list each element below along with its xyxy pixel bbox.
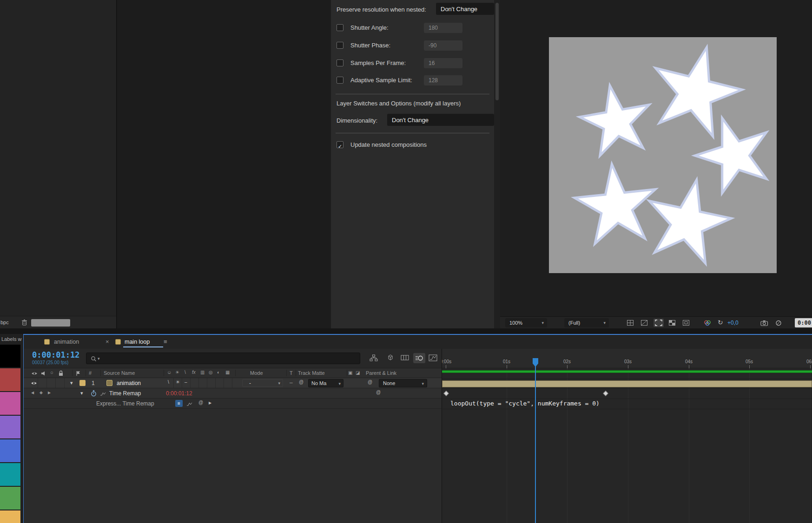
keyframe-diamond[interactable]: [603, 391, 608, 396]
expression-graph-icon[interactable]: [186, 402, 192, 406]
column-number[interactable]: #: [89, 370, 92, 376]
column-track-matte[interactable]: Track Matte: [298, 370, 325, 376]
samples-per-frame-field[interactable]: 16: [424, 58, 462, 68]
switch-cell[interactable]: –: [182, 378, 191, 388]
transparency-grid-icon[interactable]: [668, 320, 676, 326]
layer-solo-cell[interactable]: [47, 378, 56, 388]
frame-blending-icon[interactable]: [401, 355, 409, 360]
matte-pickwhip-icon[interactable]: @: [299, 379, 304, 385]
layer-row[interactable]: ▾ 1 animation \ ☀ – - ▾ – @ No Ma ▾ @ No…: [24, 378, 442, 388]
adaptive-sample-limit-field[interactable]: 128: [424, 75, 462, 85]
switch-cell[interactable]: [199, 378, 207, 388]
switch-cell[interactable]: \: [165, 378, 174, 388]
shutter-phase-checkbox[interactable]: [337, 42, 343, 49]
switch-cell[interactable]: [207, 378, 216, 388]
expression-row[interactable]: Express... Time Remap ≡ @ ▶: [24, 399, 442, 409]
zoom-dropdown[interactable]: 100% ▾: [505, 318, 547, 327]
mask-visibility-icon[interactable]: [640, 320, 648, 326]
samples-per-frame-checkbox[interactable]: [337, 59, 343, 66]
dimensionality-dropdown[interactable]: Don't Change: [387, 114, 494, 126]
parent-dropdown[interactable]: None ▾: [379, 379, 427, 387]
layer-expander-icon[interactable]: ▾: [70, 380, 73, 386]
label-color-swatch[interactable]: [0, 416, 20, 438]
shutter-angle-field[interactable]: 180: [424, 23, 462, 33]
label-color-swatch[interactable]: [0, 510, 20, 523]
time-remap-row[interactable]: ◀ ◆ ▶ ▾ Time Remap 0:00:01:12 @: [24, 388, 442, 399]
expression-enabled-button[interactable]: ≡: [175, 400, 183, 407]
work-area-bar[interactable]: [442, 370, 812, 373]
effects-switch[interactable]: –: [185, 379, 187, 385]
track-matte-dropdown[interactable]: No Ma ▾: [308, 379, 343, 387]
property-value[interactable]: 0:00:01:12: [166, 390, 192, 397]
trash-icon[interactable]: [21, 319, 27, 326]
layer-lock-cell[interactable]: [56, 378, 65, 388]
region-of-interest-icon[interactable]: [654, 319, 664, 327]
stopwatch-icon[interactable]: [91, 390, 97, 397]
draft-3d-icon[interactable]: [386, 354, 395, 361]
reset-exposure-icon[interactable]: ↻: [718, 319, 723, 326]
switch-cell[interactable]: [224, 378, 232, 388]
layer-audio-cell[interactable]: [38, 378, 47, 388]
bit-depth-button[interactable]: bpc: [0, 320, 9, 325]
playhead-line[interactable]: [535, 366, 536, 523]
tab-menu-icon[interactable]: ≡: [164, 338, 167, 345]
switch-cell[interactable]: [216, 378, 224, 388]
current-time-display[interactable]: 0:00:01:12 00037 (25.00 fps): [32, 350, 79, 365]
scrollbar-thumb[interactable]: [495, 3, 499, 100]
label-color-swatch[interactable]: [0, 439, 20, 462]
property-expander-icon[interactable]: ▾: [80, 390, 83, 396]
layer-label-swatch[interactable]: [79, 380, 86, 386]
parent-pickwhip-icon[interactable]: @: [368, 379, 372, 385]
channels-icon[interactable]: [703, 320, 712, 326]
resolution-dropdown[interactable]: (Full) ▾: [564, 318, 609, 327]
column-mode[interactable]: Mode: [250, 370, 263, 376]
pixel-aspect-icon[interactable]: [682, 320, 690, 326]
dialog-scrollbar[interactable]: [494, 0, 500, 328]
viewer-timecode[interactable]: 0:00:: [795, 318, 812, 327]
property-name[interactable]: Time Remap: [109, 390, 141, 397]
layer-visibility-eye-icon[interactable]: [31, 381, 37, 386]
column-parent-link[interactable]: Parent & Link: [366, 370, 396, 376]
update-nested-checkbox[interactable]: ✓: [337, 141, 343, 148]
layer-name[interactable]: animation: [117, 380, 141, 386]
label-color-swatch[interactable]: [0, 463, 20, 486]
column-t[interactable]: T: [290, 370, 293, 376]
label-color-swatch[interactable]: [0, 487, 20, 510]
keyframe-diamond[interactable]: [443, 391, 449, 396]
switch-cell[interactable]: ☀: [174, 378, 182, 388]
shutter-phase-field[interactable]: -90: [424, 40, 462, 51]
prev-keyframe-icon[interactable]: ◀: [31, 391, 34, 395]
expression-language-menu-icon[interactable]: ▶: [209, 401, 211, 405]
timeline-search-box[interactable]: ▾: [86, 353, 360, 364]
label-color-swatch[interactable]: [0, 368, 20, 391]
layer-duration-bar[interactable]: [442, 380, 812, 387]
expression-code[interactable]: loopOut(type = "cycle", numKeyframes = 0…: [450, 400, 600, 407]
shutter-angle-checkbox[interactable]: [337, 24, 343, 31]
graph-editor-icon[interactable]: [429, 354, 437, 361]
property-pickwhip-icon[interactable]: @: [376, 390, 381, 395]
quality-switch[interactable]: \: [168, 379, 169, 385]
next-keyframe-icon[interactable]: ▶: [48, 391, 51, 395]
mini-flowchart-icon[interactable]: [370, 354, 378, 361]
expression-pickwhip-icon[interactable]: @: [198, 400, 203, 405]
time-ruler[interactable]: 0:00s 01s 02s 03s 04s 05s 06s: [442, 349, 812, 368]
timecode-value[interactable]: 0:00:01:12: [32, 350, 79, 360]
footer-swatch[interactable]: [31, 319, 70, 327]
add-keyframe-icon[interactable]: ◆: [40, 390, 43, 395]
switch-cell[interactable]: [191, 378, 199, 388]
column-source-name[interactable]: Source Name: [104, 370, 135, 376]
snapshot-camera-icon[interactable]: [760, 320, 768, 326]
adaptive-sample-limit-checkbox[interactable]: [337, 77, 343, 84]
label-color-swatch[interactable]: [0, 345, 20, 367]
track-area[interactable]: 0:00s 01s 02s 03s 04s 05s 06s: [442, 349, 812, 523]
blend-mode-dropdown[interactable]: - ▾: [242, 379, 283, 387]
grid-guides-icon[interactable]: [627, 320, 634, 326]
tab-main-loop[interactable]: main loop: [111, 335, 162, 349]
exposure-offset-value[interactable]: +0,0: [727, 320, 739, 326]
collapse-switch[interactable]: ☀: [176, 379, 180, 385]
preserve-resolution-dropdown[interactable]: Don't Change: [436, 3, 494, 15]
label-color-swatch[interactable]: [0, 392, 20, 415]
close-icon[interactable]: ×: [106, 338, 109, 345]
show-snapshot-icon[interactable]: [775, 320, 782, 326]
motion-blur-icon[interactable]: [413, 353, 425, 363]
